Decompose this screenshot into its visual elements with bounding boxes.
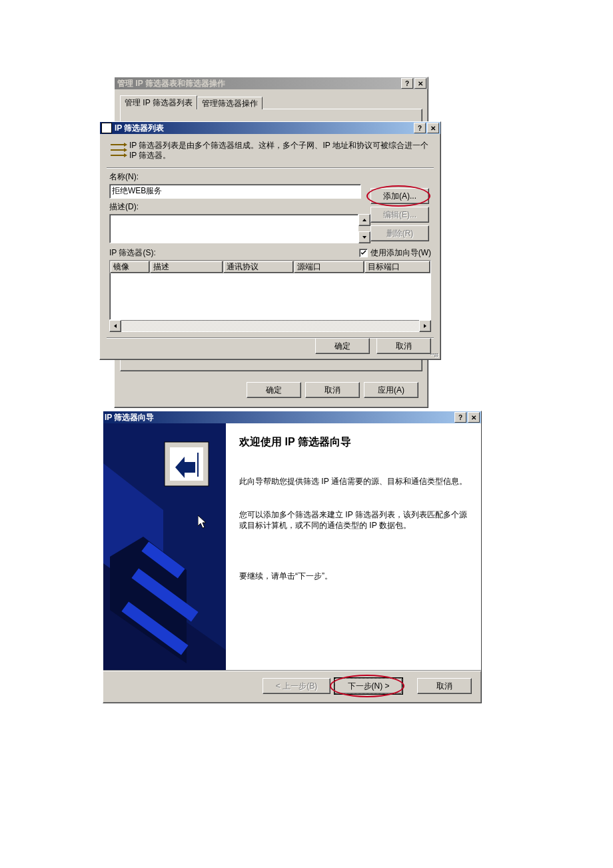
close-icon[interactable]: ✕ xyxy=(468,412,480,423)
svg-marker-1 xyxy=(124,143,127,147)
description-label: 描述(D): xyxy=(109,201,370,213)
scroll-up-icon[interactable] xyxy=(358,214,370,226)
check-icon xyxy=(360,250,366,256)
next-button[interactable]: 下一步(N) > xyxy=(334,678,402,694)
manage-filters-titlebar: 管理 IP 筛选器表和筛选器操作 ? ✕ xyxy=(115,77,428,89)
scroll-right-icon[interactable] xyxy=(419,320,431,332)
col-source-port[interactable]: 源端口 xyxy=(294,261,364,273)
resize-grip[interactable] xyxy=(428,349,439,358)
wizard-paragraph-3: 要继续，请单击“下一步”。 xyxy=(239,571,468,581)
tab-filter-lists[interactable]: 管理 IP 筛选器列表 xyxy=(120,95,197,109)
ok-button[interactable]: 确定 xyxy=(315,338,370,354)
ip-filter-wizard-dialog: IP 筛选器向导 ? ✕ 欢迎 xyxy=(103,411,482,703)
add-button[interactable]: 添加(A)... xyxy=(370,188,429,204)
apply-button[interactable]: 应用(A) xyxy=(364,382,418,398)
svg-marker-11 xyxy=(198,515,206,528)
description-input[interactable] xyxy=(109,214,358,243)
col-protocol[interactable]: 通讯协议 xyxy=(223,261,294,273)
col-mirror[interactable]: 镜像 xyxy=(110,261,150,273)
wizard-banner xyxy=(103,423,226,670)
scroll-left-icon[interactable] xyxy=(109,320,121,332)
edit-button: 编辑(E)... xyxy=(370,207,429,223)
help-icon[interactable]: ? xyxy=(454,412,466,423)
filters-label: IP 筛选器(S): xyxy=(109,247,156,259)
cancel-button[interactable]: 取消 xyxy=(376,338,431,354)
wizard-heading: 欢迎使用 IP 筛选器向导 xyxy=(239,435,468,449)
close-icon[interactable]: ✕ xyxy=(427,123,439,133)
scroll-down-icon[interactable] xyxy=(358,231,370,243)
help-icon[interactable]: ? xyxy=(414,123,426,133)
ok-button[interactable]: 确定 xyxy=(247,382,301,398)
cancel-button[interactable]: 取消 xyxy=(305,382,360,398)
filter-list-intro: IP 筛选器列表是由多个筛选器组成。这样，多个子网、IP 地址和协议可被综合进一… xyxy=(129,141,431,161)
delete-button: 删除(R) xyxy=(370,225,429,241)
col-desc[interactable]: 描述 xyxy=(150,261,223,273)
back-button: < 上一步(B) xyxy=(263,678,330,694)
wizard-titlebar: IP 筛选器向导 ? ✕ xyxy=(103,411,481,423)
close-icon[interactable]: ✕ xyxy=(414,78,426,89)
wizard-paragraph-1: 此向导帮助您提供筛选 IP 通信需要的源、目标和通信类型信息。 xyxy=(239,476,468,487)
cursor-icon xyxy=(198,515,210,530)
filter-list-table[interactable]: 镜像 描述 通讯协议 源端口 目标端口 xyxy=(109,260,431,320)
svg-marker-3 xyxy=(124,148,127,152)
name-label: 名称(N): xyxy=(109,171,431,183)
cancel-button[interactable]: 取消 xyxy=(417,678,472,694)
wizard-paragraph-2: 您可以添加多个筛选器来建立 IP 筛选器列表，该列表匹配多个源或目标计算机，或不… xyxy=(239,509,468,531)
name-input[interactable]: 拒绝WEB服务 xyxy=(109,184,361,199)
tab-filter-actions[interactable]: 管理筛选器操作 xyxy=(197,97,263,109)
svg-marker-5 xyxy=(124,153,127,157)
help-icon[interactable]: ? xyxy=(401,78,413,89)
use-wizard-checkbox[interactable]: 使用添加向导(W) xyxy=(359,247,431,259)
manage-filters-title: 管理 IP 筛选器表和筛选器操作 xyxy=(117,78,225,89)
filter-icon xyxy=(109,141,129,161)
wizard-title: IP 筛选器向导 xyxy=(105,412,154,423)
window-icon xyxy=(101,123,112,133)
filter-list-title: IP 筛选器列表 xyxy=(115,123,164,134)
ip-filter-list-dialog: IP 筛选器列表 ? ✕ IP 筛选器列表是由多个筛选器组成。这样，多个子网、I… xyxy=(99,121,441,360)
col-dest-port[interactable]: 目标端口 xyxy=(364,261,430,273)
filter-list-titlebar: IP 筛选器列表 ? ✕ xyxy=(100,122,440,134)
